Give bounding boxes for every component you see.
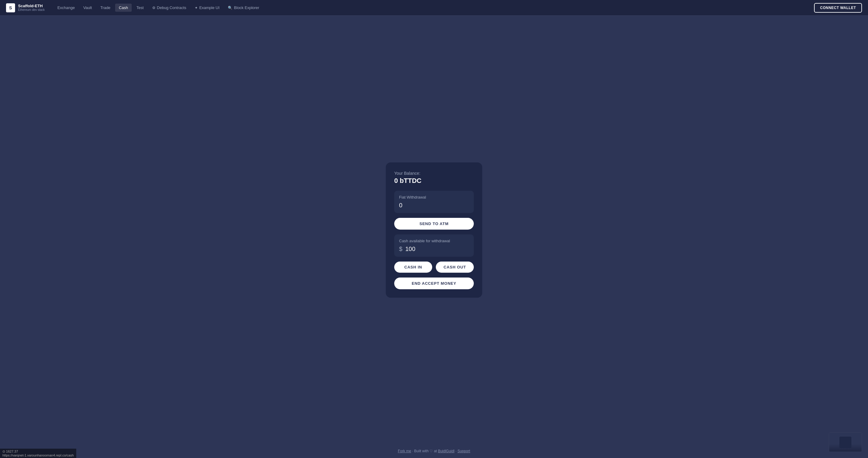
nav-item-cash[interactable]: Cash <box>115 4 131 12</box>
gear-icon: ⚙ <box>152 6 156 10</box>
cash-buttons-row: CASH IN CASH OUT <box>394 262 474 273</box>
cash-available-label: Cash available for withdrawal <box>399 239 469 243</box>
logo-subtitle: Ethereum dev stack <box>18 8 44 12</box>
nav-item-block-explorer[interactable]: 🔍 Block Explorer <box>224 4 263 12</box>
nav-item-trade[interactable]: Trade <box>97 4 114 12</box>
send-to-atm-button[interactable]: SEND TO ATM <box>394 218 474 230</box>
logo-area[interactable]: S Scaffold-ETH Ethereum dev stack <box>6 3 44 12</box>
status-bar: ⊙ 1627.37 https://varqnet-1.varounhanoom… <box>0 449 76 458</box>
nav-links: Exchange Vault Trade Cash Test ⚙ Debug C… <box>54 4 814 12</box>
sparkle-icon: ✦ <box>195 6 198 10</box>
cash-available-value: $ 100 <box>399 246 469 253</box>
footer: Fork me · Built with ♡ at BuidlGuidl · S… <box>0 444 868 458</box>
main-content: Your Balance: 0 bTTDC Fiat Withdrawal SE… <box>0 16 868 444</box>
cash-available-box: Cash available for withdrawal $ 100 <box>394 234 474 257</box>
balance-value: 0 bTTDC <box>394 177 474 185</box>
end-accept-money-button[interactable]: END ACCEPT MONEY <box>394 277 474 289</box>
search-icon: 🔍 <box>228 6 232 10</box>
fork-me-link[interactable]: Fork me <box>398 449 411 453</box>
balance-label: Your Balance: <box>394 171 474 176</box>
minimap <box>829 432 862 452</box>
connect-wallet-button[interactable]: CONNECT WALLET <box>814 3 862 13</box>
navbar: S Scaffold-ETH Ethereum dev stack Exchan… <box>0 0 868 16</box>
nav-item-example-ui[interactable]: ✦ Example UI <box>191 4 223 12</box>
nav-item-debug-contracts[interactable]: ⚙ Debug Contracts <box>149 4 190 12</box>
nav-item-exchange[interactable]: Exchange <box>54 4 79 12</box>
logo-text: Scaffold-ETH Ethereum dev stack <box>18 4 44 12</box>
url: https://varqnet-1.varounhanooman4.repl.c… <box>2 454 74 457</box>
fiat-withdrawal-box: Fiat Withdrawal <box>394 191 474 213</box>
logo-icon: S <box>6 3 15 12</box>
coords: ⊙ 1627.37 <box>2 450 74 454</box>
logo-title: Scaffold-ETH <box>18 4 44 8</box>
cash-amount: 100 <box>405 246 415 252</box>
fiat-withdrawal-label: Fiat Withdrawal <box>399 195 469 199</box>
nav-item-vault[interactable]: Vault <box>80 4 96 12</box>
balance-section: Your Balance: 0 bTTDC <box>394 171 474 185</box>
support-link[interactable]: Support <box>458 449 470 453</box>
cash-out-button[interactable]: CASH OUT <box>436 262 474 273</box>
minimap-card-preview <box>839 436 851 448</box>
nav-item-test[interactable]: Test <box>133 4 147 12</box>
footer-separator-2: · <box>456 449 458 453</box>
fiat-withdrawal-input[interactable] <box>399 202 469 209</box>
footer-built-with: Built with ♡ at <box>414 449 437 453</box>
minimap-inner <box>829 433 862 452</box>
buidl-guidl-link[interactable]: BuidlGuidl <box>438 449 455 453</box>
cash-in-button[interactable]: CASH IN <box>394 262 432 273</box>
cash-card: Your Balance: 0 bTTDC Fiat Withdrawal SE… <box>386 162 482 298</box>
dollar-sign: $ <box>399 246 402 252</box>
